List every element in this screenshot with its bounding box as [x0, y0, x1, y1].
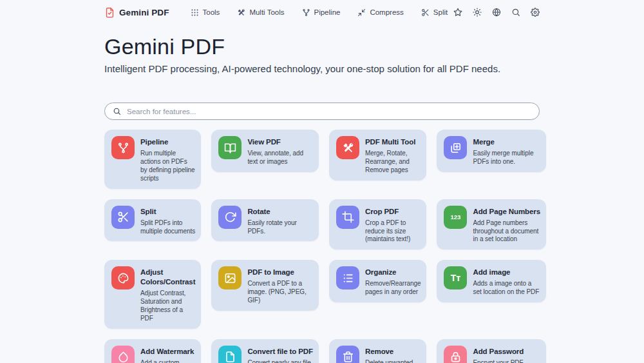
nav-item-split[interactable]: Split — [421, 8, 448, 17]
card-title: Add Password — [473, 347, 540, 357]
card-description: Add a custom watermark to your PDF docum… — [140, 359, 195, 363]
header-actions — [453, 8, 540, 17]
lock-icon — [444, 346, 467, 363]
card-title: Rotate — [247, 207, 313, 217]
card-description: Merge, Rotate, Rearrange, and Remove pag… — [365, 150, 421, 175]
pdf-document-check-icon — [104, 7, 115, 18]
feature-grid: PipelineRun multiple actions on PDFs by … — [104, 130, 540, 363]
card-body: MergeEasily merge multiple PDFs into one… — [473, 136, 540, 166]
feature-card-pdf-multi-tool[interactable]: PDF Multi ToolMerge, Rotate, Rearrange, … — [329, 130, 426, 181]
card-body: Crop PDFCrop a PDF to reduce its size (m… — [365, 206, 421, 244]
nav-item-label: Compress — [370, 8, 403, 16]
feature-card-pipeline[interactable]: PipelineRun multiple actions on PDFs by … — [104, 130, 201, 189]
nav-item-label: Split — [433, 8, 448, 16]
card-description: Easily rotate your PDFs. — [247, 219, 313, 236]
search-input[interactable] — [127, 108, 531, 115]
card-title: Adjust Colors/Contrast — [140, 268, 195, 287]
nav-item-pipeline[interactable]: Pipeline — [302, 8, 341, 17]
grid-icon — [191, 8, 199, 17]
nav-item-compress[interactable]: Compress — [357, 8, 403, 17]
language-button[interactable] — [492, 8, 501, 17]
top-navigation-bar: Gemini PDF ToolsMulti ToolsPipelineCompr… — [104, 0, 540, 19]
nav-item-tools[interactable]: Tools — [191, 8, 220, 17]
feature-card-adjust-colors-contrast[interactable]: Adjust Colors/ContrastAdjust Contrast, S… — [104, 260, 201, 329]
nav-item-multi-tools[interactable]: Multi Tools — [237, 8, 284, 17]
card-body: Convert file to PDFConvert nearly any fi… — [247, 346, 313, 363]
feature-card-add-page-numbers[interactable]: 123Add Page NumbersAdd Page numbers thro… — [437, 199, 545, 250]
feature-card-view-pdf[interactable]: View PDFView, annotate, add text or imag… — [211, 130, 319, 172]
feature-card-crop-pdf[interactable]: Crop PDFCrop a PDF to reduce its size (m… — [329, 199, 426, 250]
brand-label: Gemini PDF — [119, 8, 169, 17]
feature-card-organize[interactable]: OrganizeRemove/Rearrange pages in any or… — [329, 260, 426, 302]
card-body: Adjust Colors/ContrastAdjust Contrast, S… — [140, 266, 195, 323]
tools-icon — [237, 8, 245, 17]
card-title: Convert file to PDF — [247, 347, 313, 357]
sun-icon — [473, 8, 482, 17]
page-title: Gemini PDF — [104, 34, 540, 59]
card-description: Convert a PDF to a image. (PNG, JPEG, GI… — [247, 280, 313, 305]
card-body: RemoveDelete unwanted pages from your PD… — [365, 346, 421, 363]
palette-icon — [111, 266, 135, 289]
search-button[interactable] — [511, 8, 520, 17]
card-title: PDF to Image — [247, 268, 313, 277]
card-body: View PDFView, annotate, add text or imag… — [247, 136, 313, 166]
numbers-icon: 123 — [444, 206, 467, 229]
feature-card-pdf-to-image[interactable]: PDF to ImageConvert a PDF to a image. (P… — [211, 260, 319, 311]
crop-icon — [336, 206, 359, 229]
card-title: Pipeline — [140, 137, 195, 147]
feature-card-split[interactable]: SplitSplit PDFs into multiple documents — [104, 199, 201, 242]
settings-button[interactable] — [531, 8, 540, 17]
card-body: RotateEasily rotate your PDFs. — [247, 206, 313, 236]
card-body: Add WatermarkAdd a custom watermark to y… — [140, 346, 195, 363]
gear-icon — [531, 8, 540, 17]
pipeline-icon — [111, 136, 135, 159]
droplet-icon — [111, 346, 135, 363]
trash-icon — [336, 346, 359, 363]
card-title: Add Page Numbers — [473, 207, 540, 217]
feature-card-rotate[interactable]: RotateEasily rotate your PDFs. — [211, 199, 319, 242]
card-title: PDF Multi Tool — [365, 137, 421, 147]
card-title: Split — [140, 207, 195, 217]
card-title: Merge — [473, 137, 540, 147]
feature-card-remove[interactable]: RemoveDelete unwanted pages from your PD… — [329, 339, 426, 363]
card-description: Crop a PDF to reduce its size (maintains… — [365, 219, 421, 244]
card-title: Crop PDF — [365, 207, 421, 217]
feature-card-add-image[interactable]: TтAdd imageAdds a image onto a set locat… — [437, 260, 545, 302]
compress-icon — [357, 8, 366, 17]
feature-card-add-watermark[interactable]: Add WatermarkAdd a custom watermark to y… — [104, 339, 201, 363]
brand-logo[interactable]: Gemini PDF — [104, 7, 169, 18]
main-content: Gemini PDF Intelligent PDF processing, A… — [104, 34, 540, 363]
search-icon — [511, 8, 520, 17]
page-subtitle: Intelligent PDF processing, AI-powered t… — [104, 63, 540, 74]
card-description: Remove/Rearrange pages in any order — [365, 280, 421, 297]
card-body: OrganizeRemove/Rearrange pages in any or… — [365, 266, 421, 297]
card-description: Encrypt your PDF document with a passwor… — [473, 359, 540, 363]
globe-icon — [492, 8, 501, 17]
favorites-button[interactable] — [453, 8, 462, 17]
card-body: PipelineRun multiple actions on PDFs by … — [140, 136, 195, 183]
file-icon — [218, 346, 242, 363]
type-icon: Tт — [444, 266, 467, 289]
card-description: Adds a image onto a set location on the … — [473, 280, 540, 297]
scissors-icon — [421, 8, 430, 17]
card-title: Add Watermark — [140, 347, 195, 357]
list-icon — [336, 266, 359, 289]
card-description: Add Page numbers throughout a document i… — [473, 219, 540, 244]
card-body: PDF to ImageConvert a PDF to a image. (P… — [247, 266, 313, 305]
card-description: Delete unwanted pages from your PDF docu… — [365, 359, 421, 363]
book-open-icon — [218, 136, 242, 159]
theme-toggle-button[interactable] — [473, 8, 482, 17]
feature-card-convert-file-to-pdf[interactable]: Convert file to PDFConvert nearly any fi… — [211, 339, 319, 363]
nav-item-label: Pipeline — [314, 8, 341, 16]
card-title: Remove — [365, 347, 421, 357]
merge-icon — [444, 136, 467, 159]
feature-search-bar — [104, 103, 540, 120]
card-description: Adjust Contrast, Saturation and Brightne… — [140, 289, 195, 323]
search-icon — [113, 107, 121, 115]
feature-card-add-password[interactable]: Add PasswordEncrypt your PDF document wi… — [437, 339, 545, 363]
card-body: Add Page NumbersAdd Page numbers through… — [473, 206, 540, 244]
card-body: Add imageAdds a image onto a set locatio… — [473, 266, 540, 297]
main-nav: ToolsMulti ToolsPipelineCompressSplit — [191, 8, 453, 17]
nav-item-label: Tools — [203, 8, 220, 16]
feature-card-merge[interactable]: MergeEasily merge multiple PDFs into one… — [437, 130, 545, 172]
